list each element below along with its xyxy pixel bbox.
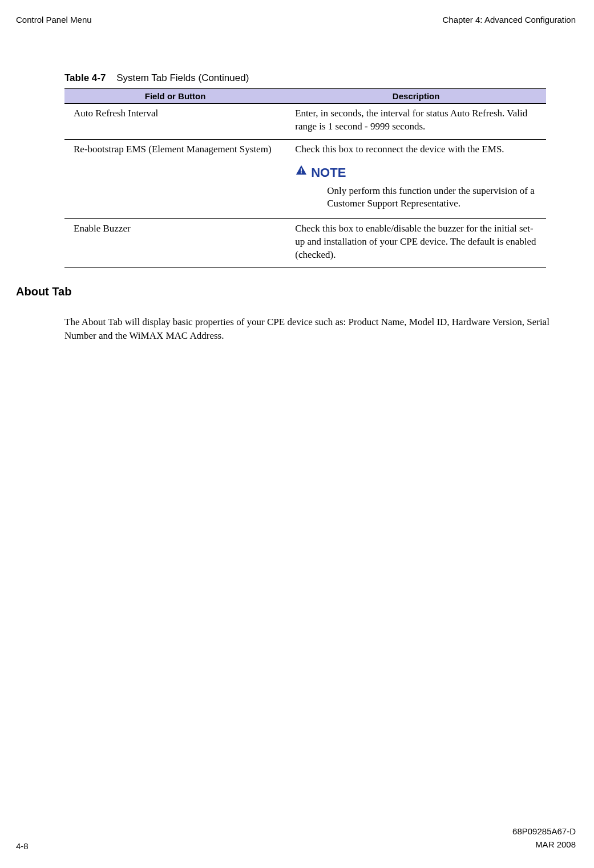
table-number: Table 4-7	[64, 72, 106, 83]
about-tab-heading: About Tab	[16, 285, 576, 298]
footer-right: 68P09285A67-D MAR 2008	[512, 825, 576, 851]
note-icon	[295, 164, 308, 181]
cell-desc: Check this box to enable/disable the buz…	[286, 219, 546, 268]
header-right: Chapter 4: Advanced Configuration	[443, 15, 576, 25]
note-label: NOTE	[311, 164, 346, 181]
page-footer: 4-8 68P09285A67-D MAR 2008	[16, 825, 576, 851]
note-block: NOTE Only perform this function under th…	[295, 164, 539, 211]
doc-number: 68P09285A67-D	[512, 825, 576, 838]
note-body: Only perform this function under the sup…	[327, 185, 539, 211]
table-title: System Tab Fields (Continued)	[116, 72, 249, 83]
cell-field: Auto Refresh Interval	[64, 104, 286, 140]
svg-rect-1	[301, 172, 302, 173]
col-header-description: Description	[286, 89, 546, 104]
col-header-field: Field or Button	[64, 89, 286, 104]
svg-rect-0	[301, 168, 302, 172]
page-number: 4-8	[16, 841, 29, 851]
cell-desc-text: Check this box to reconnect the device w…	[295, 144, 504, 155]
note-header: NOTE	[295, 164, 539, 181]
fields-table: Field or Button Description Auto Refresh…	[64, 88, 546, 268]
about-tab-body: The About Tab will display basic propert…	[64, 315, 576, 343]
table-row: Auto Refresh Interval Enter, in seconds,…	[64, 104, 546, 140]
cell-field: Enable Buzzer	[64, 219, 286, 268]
cell-desc: Enter, in seconds, the interval for stat…	[286, 104, 546, 140]
header-left: Control Panel Menu	[16, 15, 92, 25]
doc-date: MAR 2008	[512, 838, 576, 851]
page-header: Control Panel Menu Chapter 4: Advanced C…	[16, 15, 576, 25]
table-header-row: Field or Button Description	[64, 89, 546, 104]
table-row: Re-bootstrap EMS (Element Management Sys…	[64, 139, 546, 219]
cell-field: Re-bootstrap EMS (Element Management Sys…	[64, 139, 286, 219]
table-row: Enable Buzzer Check this box to enable/d…	[64, 219, 546, 268]
table-caption: Table 4-7 System Tab Fields (Continued)	[64, 72, 576, 84]
cell-desc: Check this box to reconnect the device w…	[286, 139, 546, 219]
